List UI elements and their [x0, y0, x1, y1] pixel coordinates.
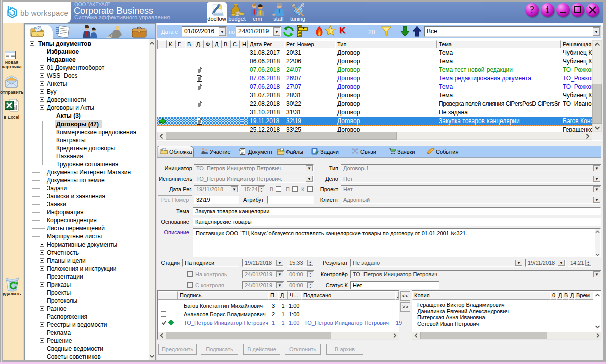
svg-text:?: ? — [530, 4, 534, 15]
svg-text:i: i — [546, 4, 549, 15]
